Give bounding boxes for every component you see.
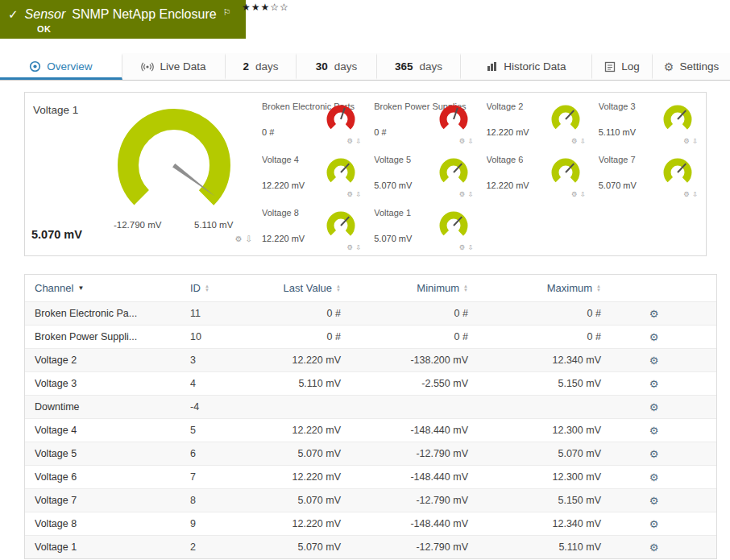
small-gauge-value: 5.070 mV [374,234,412,243]
channel-settings-icon[interactable]: ⚙ [649,309,659,319]
tab-log[interactable]: Log [592,53,653,80]
gauge-download-icon[interactable]: ⇩ [355,243,361,251]
small-gauge-value: 0 # [262,127,274,137]
table-row[interactable]: Voltage 3 4 5.110 mV -2.550 mV 5.150 mV … [25,371,716,395]
gauge-gear-icon[interactable]: ⚙ [571,190,578,198]
table-row[interactable]: Voltage 6 7 12.220 mV -148.440 mV 12.300… [25,465,716,488]
channel-settings-icon[interactable]: ⚙ [649,519,659,529]
col-header-id[interactable]: ID ▲▼ [190,282,267,294]
small-gauge-value: 5.110 mV [599,127,636,137]
id-cell: 8 [190,495,267,506]
flag-icon[interactable]: ⚐ [223,5,231,20]
gauge-download-icon[interactable]: ⇩ [355,190,361,198]
maximum-cell: 12.300 mV [468,425,601,436]
channel-settings-icon[interactable]: ⚙ [649,496,659,506]
table-row[interactable]: Broken Power Suppli... 10 0 # 0 # 0 # ⚙ [25,325,716,348]
tab-2-days[interactable]: 2 days [226,53,297,80]
gauge-actions: ⚙ ⇩ [459,137,474,145]
table-row[interactable]: Voltage 5 6 5.070 mV -12.790 mV 5.070 mV… [25,442,716,465]
tab-overview[interactable]: Overview [0,53,122,80]
col-header-last-value[interactable]: Last Value ▲▼ [267,282,341,294]
gauge-gear-icon[interactable]: ⚙ [459,190,466,198]
small-gauge-arc [659,157,696,189]
small-gauge-arc [435,210,472,243]
small-gauge-dial [435,157,472,189]
table-row[interactable]: Voltage 2 3 12.220 mV -138.200 mV 12.340… [25,348,716,371]
channel-settings-icon[interactable]: ⚙ [649,449,659,459]
gauge-download-icon[interactable]: ⇩ [467,243,473,251]
channel-settings-cell: ⚙ [601,332,707,342]
small-gauge-label: Voltage 8 [262,208,299,218]
historic-data-icon [486,61,498,72]
gauge-gear-icon[interactable]: ⚙ [235,234,243,243]
gauge-actions: ⚙ ⇩ [683,137,698,145]
gauge-gear-icon[interactable]: ⚙ [683,190,690,198]
channel-cell: Broken Electronic Pa... [35,308,190,319]
tab-365-days[interactable]: 365 days [377,53,461,80]
small-gauges-grid: Broken Electronic Parts 0 # ⚙ ⇩ Broken P… [257,93,706,255]
channel-settings-icon[interactable]: ⚙ [649,425,659,436]
small-gauge-dial [435,210,472,243]
gauge-gear-icon[interactable]: ⚙ [347,190,354,198]
small-gauge: Voltage 7 5.070 mV ⚙ ⇩ [594,149,706,202]
tab-bar: Overview Live Data 2 days 30 days 365 da… [0,53,730,81]
gauge-download-icon[interactable]: ⇩ [467,137,473,145]
tab-settings[interactable]: ⚙ Settings [653,53,730,80]
primary-gauge-arc [102,107,247,220]
gauge-gear-icon[interactable]: ⚙ [459,243,466,251]
id-cell: -4 [190,401,267,413]
small-gauge-dial [659,157,696,189]
gauge-download-icon[interactable]: ⇩ [580,137,586,145]
gauge-gear-icon[interactable]: ⚙ [683,137,690,145]
gauge-download-icon[interactable]: ⇩ [580,190,586,198]
priority-stars[interactable]: ★★★☆☆ [242,2,289,13]
channel-table-body: Broken Electronic Pa... 11 0 # 0 # 0 # ⚙… [25,301,716,558]
tab-30-days[interactable]: 30 days [297,53,377,80]
gauge-actions: ⚙ ⇩ [571,190,586,198]
tab-historic-data[interactable]: Historic Data [461,53,592,80]
gauge-gear-icon[interactable]: ⚙ [347,137,354,145]
log-icon [604,61,616,73]
channel-settings-icon[interactable]: ⚙ [649,332,659,342]
table-row[interactable]: Downtime -4 ⚙ [25,395,716,418]
gauge-download-icon[interactable]: ⇩ [355,137,361,145]
maximum-cell: 0 # [468,308,601,319]
gauge-download-icon[interactable]: ⇩ [692,137,698,145]
small-gauge: Voltage 3 5.110 mV ⚙ ⇩ [594,96,706,149]
channel-settings-cell: ⚙ [601,449,707,459]
channel-settings-icon[interactable]: ⚙ [649,355,659,366]
tab-label-unit: days [334,60,358,73]
small-gauge-value: 12.220 mV [262,234,305,243]
tab-live-data[interactable]: Live Data [122,53,226,80]
gauge-download-icon[interactable]: ⇩ [246,234,252,243]
table-row[interactable]: Voltage 4 5 12.220 mV -148.440 mV 12.300… [25,418,716,442]
channel-cell: Voltage 7 [35,495,190,506]
gauge-gear-icon[interactable]: ⚙ [571,137,578,145]
gauge-gear-icon[interactable]: ⚙ [459,137,466,145]
col-label: Minimum [417,282,459,294]
id-cell: 7 [190,471,267,483]
id-cell: 3 [190,355,267,366]
channel-cell: Voltage 4 [35,425,190,436]
gauge-gear-icon[interactable]: ⚙ [347,243,354,251]
minimum-cell: -12.790 mV [341,541,468,553]
col-header-channel[interactable]: Channel ▼ [35,282,190,294]
table-row[interactable]: Broken Electronic Pa... 11 0 # 0 # 0 # ⚙ [25,301,716,325]
gauge-download-icon[interactable]: ⇩ [467,190,473,198]
table-row[interactable]: Voltage 1 2 5.070 mV -12.790 mV 5.110 mV… [25,535,716,558]
channel-settings-icon[interactable]: ⚙ [649,472,659,483]
channel-settings-icon[interactable]: ⚙ [649,379,659,389]
tab-label: Live Data [160,60,205,73]
col-header-maximum[interactable]: Maximum ▲▼ [468,282,601,294]
channel-settings-cell: ⚙ [601,402,707,413]
channel-settings-icon[interactable]: ⚙ [649,402,659,413]
tab-label-number: 365 [395,60,413,73]
last-value-cell: 12.220 mV [267,425,341,436]
sensor-page: ✓ Sensor SNMP NetApp Enclosure ⚐ OK ★★★☆… [0,0,730,559]
table-row[interactable]: Voltage 8 9 12.220 mV -148.440 mV 12.340… [25,512,716,535]
table-row[interactable]: Voltage 7 8 5.070 mV -12.790 mV 5.150 mV… [25,488,716,512]
channel-settings-icon[interactable]: ⚙ [649,542,659,553]
small-gauge: Broken Power Supplies 0 # ⚙ ⇩ [369,96,481,149]
gauge-download-icon[interactable]: ⇩ [692,190,698,198]
col-header-minimum[interactable]: Minimum ▲▼ [341,282,468,294]
